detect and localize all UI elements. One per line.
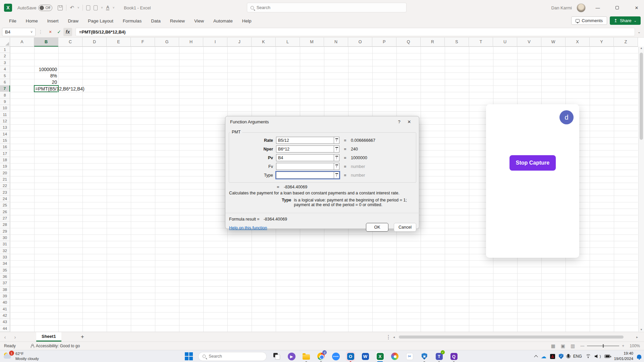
weather-widget[interactable]: 1 62°F Mostly cloudy	[3, 351, 39, 361]
clipchamp-icon[interactable]: ▸	[287, 352, 296, 361]
undo-chevron-icon[interactable]: ˅	[77, 6, 79, 9]
row-header-30[interactable]: 30	[0, 235, 10, 241]
row-header-29[interactable]: 29	[0, 228, 10, 235]
arg-input-nper[interactable]	[276, 146, 334, 152]
row-header-27[interactable]: 27	[0, 215, 10, 222]
print-preview-icon[interactable]	[86, 5, 90, 10]
column-header-V[interactable]: V	[517, 38, 541, 47]
page-break-view-icon[interactable]: ▥	[571, 343, 575, 349]
column-header-E[interactable]: E	[107, 38, 131, 47]
row-header-6[interactable]: 6	[0, 79, 10, 85]
hscroll-track[interactable]	[396, 335, 635, 339]
arg-input-rate[interactable]	[276, 137, 334, 143]
zoom-slider[interactable]: — +	[580, 344, 624, 348]
row-header-24[interactable]: 24	[0, 196, 10, 202]
row-header-31[interactable]: 31	[0, 241, 10, 247]
minimize-button[interactable]: —	[590, 0, 605, 15]
excel-icon[interactable]: X	[375, 352, 385, 361]
user-avatar[interactable]	[577, 3, 586, 12]
zoom-in-icon[interactable]: +	[622, 344, 624, 348]
touch-mode-icon[interactable]	[94, 5, 98, 10]
row-header-25[interactable]: 25	[0, 202, 10, 208]
volume-icon[interactable]	[595, 354, 599, 358]
column-header-B[interactable]: B	[34, 38, 58, 47]
restore-button[interactable]	[610, 0, 625, 15]
cancel-button[interactable]: Cancel	[394, 223, 416, 232]
row-header-16[interactable]: 16	[0, 144, 10, 150]
scroll-up-icon[interactable]: ▲	[639, 47, 644, 50]
ribbon-tab-formulas[interactable]: Formulas	[118, 17, 146, 25]
sheet-tab-sheet1[interactable]: Sheet1	[36, 332, 61, 342]
font-color-icon[interactable]: A	[106, 5, 109, 10]
excel-app-icon[interactable]: X	[4, 4, 12, 12]
clock[interactable]: 19:40 19/01/2024	[614, 351, 633, 361]
row-header-5[interactable]: 5	[0, 72, 10, 79]
row-header-23[interactable]: 23	[0, 189, 10, 195]
collapse-dialog-icon[interactable]: ↑	[334, 163, 339, 170]
formula-bar-expand-icon[interactable]: ⌄	[638, 30, 641, 34]
column-header-F[interactable]: F	[131, 38, 155, 47]
column-header-D[interactable]: D	[83, 38, 107, 47]
ribbon-tab-insert[interactable]: Insert	[43, 17, 63, 25]
prev-sheet-icon[interactable]: ‹	[0, 334, 10, 340]
paint-icon[interactable]	[390, 352, 399, 361]
column-header-H[interactable]: H	[179, 38, 203, 47]
row-header-34[interactable]: 34	[0, 260, 10, 267]
row-header-11[interactable]: 11	[0, 111, 10, 118]
cell-B4[interactable]: 1000000	[34, 66, 58, 72]
formula-input[interactable]: =PMT(B5/12,B6*12,B4)	[75, 28, 635, 36]
row-header-22[interactable]: 22	[0, 183, 10, 189]
search-input[interactable]	[257, 5, 403, 10]
column-header-X[interactable]: X	[566, 38, 590, 47]
row-header-13[interactable]: 13	[0, 124, 10, 131]
formula-bar-grip[interactable]: ⋮	[38, 29, 43, 35]
ok-button[interactable]: OK	[366, 223, 388, 232]
column-header-J[interactable]: J	[227, 38, 252, 47]
ribbon-tab-help[interactable]: Help	[238, 17, 256, 25]
arg-input-pv[interactable]	[276, 155, 334, 161]
comments-button[interactable]: Comments	[571, 16, 607, 25]
hscroll-left-icon[interactable]: ◂	[393, 335, 395, 339]
ribbon-tab-review[interactable]: Review	[166, 17, 189, 25]
page-layout-view-icon[interactable]: ▣	[561, 343, 565, 349]
column-header-L[interactable]: L	[276, 38, 300, 47]
row-header-8[interactable]: 8	[0, 92, 10, 98]
stop-capture-button[interactable]: Stop Capture	[509, 155, 556, 171]
collapse-dialog-icon[interactable]: ↑	[334, 155, 339, 161]
row-header-33[interactable]: 33	[0, 254, 10, 260]
touch-mode-chevron-icon[interactable]: ˅	[101, 6, 103, 9]
column-header-Z[interactable]: Z	[614, 38, 638, 47]
notification-bell-icon[interactable]	[637, 355, 641, 359]
chrome-icon[interactable]: d	[316, 352, 326, 361]
row-header-38[interactable]: 38	[0, 287, 10, 293]
zoom-out-icon[interactable]: —	[580, 344, 584, 348]
column-header-Q[interactable]: Q	[396, 38, 421, 47]
zoom-icon[interactable]: zoom	[331, 352, 340, 361]
column-header-R[interactable]: R	[421, 38, 445, 47]
wifi-icon[interactable]	[586, 354, 591, 358]
dialog-help-icon[interactable]: ?	[394, 119, 404, 124]
zoom-level[interactable]: 100%	[630, 344, 640, 348]
ribbon-tab-page-layout[interactable]: Page Layout	[84, 17, 118, 25]
fill-handle[interactable]	[57, 91, 59, 93]
name-box-chevron-icon[interactable]: ˅	[31, 30, 33, 34]
column-header-P[interactable]: P	[372, 38, 396, 47]
customize-qat-chevron-icon[interactable]: ˅	[113, 6, 114, 9]
select-all-corner[interactable]	[0, 38, 10, 47]
row-header-39[interactable]: 39	[0, 293, 10, 299]
hscroll-thumb[interactable]	[399, 336, 624, 339]
file-explorer-icon[interactable]	[302, 352, 311, 361]
battery-icon[interactable]	[604, 355, 610, 358]
name-box[interactable]: B4 ˅	[2, 28, 36, 36]
autosave-toggle[interactable]: Off	[38, 5, 52, 11]
dialog-close-icon[interactable]: ✕	[404, 119, 414, 124]
column-header-M[interactable]: M	[300, 38, 324, 47]
row-header-44[interactable]: 44	[0, 325, 10, 332]
scroll-down-icon[interactable]: ▼	[639, 328, 644, 331]
ribbon-tab-draw[interactable]: Draw	[64, 17, 83, 25]
snipping-tool-icon[interactable]: ✂	[405, 352, 414, 361]
column-header-Y[interactable]: Y	[590, 38, 614, 47]
row-header-36[interactable]: 36	[0, 274, 10, 280]
share-chevron-icon[interactable]: ⌄	[634, 19, 637, 22]
language-indicator[interactable]: ENG	[573, 354, 582, 359]
